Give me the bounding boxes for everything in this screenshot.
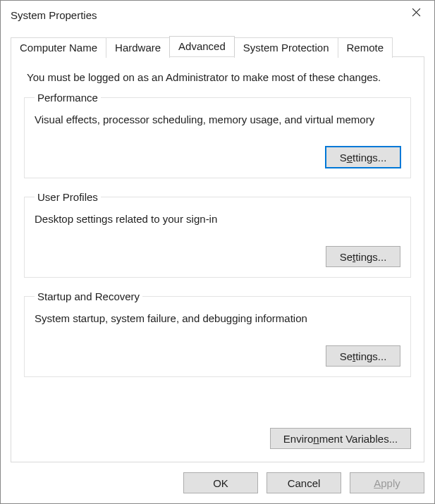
system-properties-window: System Properties Computer Name Hardware… xyxy=(0,0,435,504)
tab-hardware[interactable]: Hardware xyxy=(106,37,170,58)
btn-text-post: pply xyxy=(381,477,400,489)
btn-text-u: A xyxy=(374,477,381,489)
user-profiles-group: User Profiles Desktop settings related t… xyxy=(24,191,411,278)
cancel-button[interactable]: Cancel xyxy=(266,472,341,493)
btn-text-post: ment Variables... xyxy=(319,433,398,445)
environment-variables-button[interactable]: Environment Variables... xyxy=(270,428,411,449)
startup-recovery-group: Startup and Recovery System startup, sys… xyxy=(24,290,411,377)
ok-button[interactable]: OK xyxy=(183,472,258,493)
close-button[interactable] xyxy=(403,1,429,23)
startup-recovery-settings-button[interactable]: Settings... xyxy=(326,345,400,367)
apply-button: Apply xyxy=(350,472,424,493)
advanced-panel: You must be logged on as an Administrato… xyxy=(11,56,424,462)
btn-text-u: n xyxy=(313,433,319,445)
btn-text-post: tings... xyxy=(355,350,386,362)
user-profiles-desc: Desktop settings related to your sign-in xyxy=(35,213,400,225)
window-title: System Properties xyxy=(11,9,97,21)
startup-recovery-desc: System startup, system failure, and debu… xyxy=(35,312,400,324)
btn-text-pre: Enviro xyxy=(283,433,314,445)
btn-text-pre: Se xyxy=(340,251,353,263)
performance-desc: Visual effects, processor scheduling, me… xyxy=(35,113,400,125)
performance-settings-button[interactable]: Settings... xyxy=(326,147,400,168)
btn-text-post: tings... xyxy=(355,251,386,263)
btn-text-post: ttings... xyxy=(353,152,386,164)
tab-area: Computer Name Hardware Advanced System P… xyxy=(1,29,434,462)
user-profiles-settings-button[interactable]: Settings... xyxy=(326,246,400,267)
tab-computer-name[interactable]: Computer Name xyxy=(11,37,106,58)
close-icon xyxy=(412,8,421,17)
btn-text-pre: Se xyxy=(340,350,353,362)
tab-advanced[interactable]: Advanced xyxy=(169,36,235,56)
performance-group: Performance Visual effects, processor sc… xyxy=(24,92,411,178)
btn-text-pre: S xyxy=(340,152,347,164)
tab-row: Computer Name Hardware Advanced System P… xyxy=(11,36,424,56)
performance-legend: Performance xyxy=(35,92,101,104)
titlebar: System Properties xyxy=(1,1,434,29)
tab-system-protection[interactable]: System Protection xyxy=(234,37,338,58)
admin-note: You must be logged on as an Administrato… xyxy=(27,71,411,83)
user-profiles-legend: User Profiles xyxy=(35,191,101,203)
btn-text-u: e xyxy=(347,152,353,164)
dialog-buttons: OK Cancel Apply xyxy=(1,462,434,503)
env-var-row: Environment Variables... xyxy=(24,428,411,449)
startup-recovery-legend: Startup and Recovery xyxy=(35,290,142,302)
tab-remote[interactable]: Remote xyxy=(338,37,393,58)
